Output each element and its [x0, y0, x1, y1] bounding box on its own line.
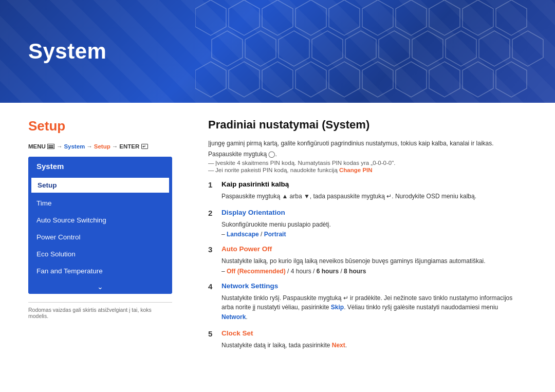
- nav-item-setup[interactable]: Setup: [30, 177, 170, 194]
- step-3-8h: 8 hours: [344, 268, 366, 275]
- nav-item-power-control[interactable]: Power Control: [28, 229, 172, 246]
- nav-chevron[interactable]: ⌄: [28, 279, 172, 294]
- breadcrumb-setup: Setup: [94, 143, 110, 150]
- intro-text: Įjungę gaminį pirmą kartą, galite konfig…: [208, 139, 524, 148]
- step-2-number: 2: [208, 209, 216, 217]
- step-1-title: Kaip pasirinkti kalbą: [221, 180, 289, 188]
- nav-item-eco-solution[interactable]: Eco Solution: [28, 246, 172, 263]
- main-content: Setup MENU → System → Setup → ENTER Syst…: [0, 103, 555, 392]
- menu-icon: [47, 144, 54, 149]
- footer-note-text: Rodomas vaizdas gali skirtis atsižvelgia…: [28, 307, 152, 319]
- step-3-sep1: / 4 hours /: [287, 268, 317, 275]
- press-label: Paspauskite mygtuką: [208, 151, 267, 158]
- left-column: Setup MENU → System → Setup → ENTER Syst…: [28, 118, 182, 382]
- note2-pre: Jei norite pakeisti PIN kodą, naudokite …: [215, 167, 338, 173]
- section-title: Setup: [28, 118, 182, 134]
- breadcrumb-arrow1: →: [57, 143, 63, 150]
- step-2-dash: Landscape / Portrait: [208, 231, 524, 238]
- step-1: 1 Kaip pasirinkti kalbą Paspauskite mygt…: [208, 180, 524, 201]
- note-line-1: Įveskite 4 skaitmens PIN kodą. Numatytas…: [208, 160, 524, 166]
- note2-link: Change PIN: [339, 167, 373, 173]
- step-4-network: Network: [221, 313, 246, 321]
- hex-pattern: [195, 0, 555, 103]
- breadcrumb-arrow3: →: [112, 143, 118, 150]
- nav-header: System: [28, 157, 172, 176]
- step-2-title: Display Orientation: [221, 209, 285, 216]
- step-3-body: Nustatykite laiką, po kurio ilgą laiką n…: [208, 256, 524, 266]
- step-5-title: Clock Set: [221, 329, 253, 337]
- note-line-2: Jei norite pakeisti PIN kodą, naudokite …: [208, 167, 524, 173]
- step-5-number: 5: [208, 329, 216, 338]
- press-text: Paspauskite mygtuką ◯.: [208, 151, 524, 158]
- nav-item-time[interactable]: Time: [28, 195, 172, 212]
- step-4-skip: Skip: [331, 304, 344, 311]
- step-4: 4 Network Settings Nustatykite tinklo ry…: [208, 282, 524, 322]
- breadcrumb-arrow2: →: [86, 143, 92, 150]
- step-5-next: Next: [332, 342, 345, 349]
- right-column: Pradiniai nustatymai (System) Įjungę gam…: [208, 118, 527, 382]
- step-5-body: Nustatykite datą ir laiką, tada pasirink…: [208, 341, 524, 350]
- step-3: 3 Auto Power Off Nustatykite laiką, po k…: [208, 245, 524, 275]
- page-title: System: [28, 39, 106, 64]
- step-2-separator: /: [261, 231, 264, 238]
- step-3-off: Off (Recommended): [227, 268, 286, 275]
- content-title: Pradiniai nustatymai (System): [208, 118, 524, 132]
- breadcrumb-system: System: [64, 143, 85, 150]
- step-3-dash: Off (Recommended) / 4 hours / 6 hours / …: [208, 268, 524, 275]
- step-2-header: 2 Display Orientation: [208, 209, 524, 217]
- circle-icon: ◯.: [268, 151, 276, 158]
- step-2-portrait: Portrait: [264, 231, 286, 238]
- step-3-header: 3 Auto Power Off: [208, 245, 524, 254]
- step-4-body: Nustatykite tinklo ryšį. Paspauskite myg…: [208, 293, 524, 322]
- breadcrumb: MENU → System → Setup → ENTER: [28, 143, 182, 150]
- enter-icon: [141, 144, 148, 149]
- step-5: 5 Clock Set Nustatykite datą ir laiką, t…: [208, 329, 524, 350]
- step-4-title: Network Settings: [221, 282, 278, 290]
- step-3-6h: 6 hours: [317, 268, 339, 275]
- system-nav: System Setup Time Auto Source Switching …: [28, 157, 172, 294]
- step-5-header: 5 Clock Set: [208, 329, 524, 338]
- step-4-number: 4: [208, 282, 216, 291]
- nav-item-fan-temp[interactable]: Fan and Temperature: [28, 263, 172, 279]
- step-1-number: 1: [208, 180, 216, 189]
- step-1-header: 1 Kaip pasirinkti kalbą: [208, 180, 524, 189]
- nav-item-auto-source[interactable]: Auto Source Switching: [28, 212, 172, 229]
- step-1-body: Paspauskite mygtuką ▲ arba ▼, tada paspa…: [208, 192, 524, 201]
- step-4-header: 4 Network Settings: [208, 282, 524, 291]
- svg-marker-0: [195, 0, 226, 35]
- header-banner: System: [0, 0, 555, 103]
- step-3-number: 3: [208, 245, 216, 254]
- breadcrumb-enter: ENTER: [119, 143, 139, 150]
- step-2-body: Sukonfigūruokite meniu puslapio padėtį.: [208, 220, 524, 230]
- step-2-landscape: Landscape: [227, 231, 259, 238]
- step-2: 2 Display Orientation Sukonfigūruokite m…: [208, 209, 524, 238]
- breadcrumb-menu: MENU: [28, 143, 46, 150]
- step-3-title: Auto Power Off: [221, 245, 272, 253]
- footer-note: Rodomas vaizdas gali skirtis atsižvelgia…: [28, 302, 172, 319]
